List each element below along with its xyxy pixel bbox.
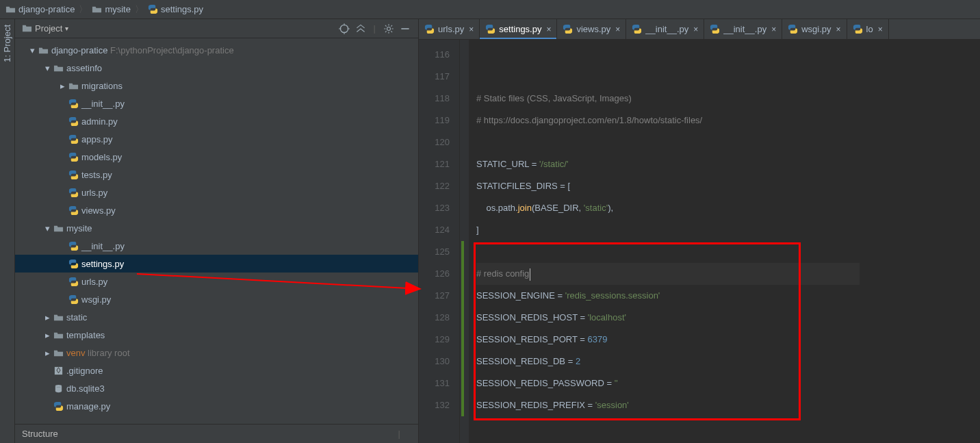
tree-row[interactable]: ◊.gitignore	[15, 362, 418, 379]
svg-text:◊: ◊	[56, 366, 60, 375]
folder-icon	[38, 45, 49, 55]
tree-row[interactable]: wsgi.py	[15, 290, 418, 308]
gitignore-icon: ◊	[53, 366, 64, 376]
python-icon	[68, 277, 79, 287]
python-icon	[485, 24, 495, 34]
tree-row[interactable]: __init__.py	[15, 94, 418, 112]
project-header: Project ▾ |	[15, 19, 418, 38]
collapse-all-icon[interactable]	[354, 23, 367, 35]
breadcrumb-item[interactable]: django-pratice	[5, 4, 75, 14]
hide-icon[interactable]	[399, 23, 411, 35]
breadcrumb-item[interactable]: settings.py	[148, 4, 203, 14]
python-icon	[53, 401, 64, 412]
editor-tab[interactable]: __init__.py×	[704, 19, 782, 39]
tool-tab-project[interactable]: 1: Project	[1, 19, 14, 68]
editor-tab[interactable]: views.py×	[557, 19, 626, 39]
editor-tab[interactable]: settings.py×	[480, 19, 557, 39]
close-icon[interactable]: ×	[771, 25, 776, 34]
close-icon[interactable]: ×	[546, 25, 551, 34]
python-icon	[68, 99, 79, 109]
python-icon	[424, 24, 435, 34]
python-icon	[68, 188, 79, 198]
tree-row[interactable]: ▸templates	[15, 326, 418, 344]
python-icon	[563, 24, 573, 34]
python-icon	[788, 24, 798, 34]
folder-icon	[5, 4, 16, 14]
python-icon	[632, 24, 642, 34]
folder-icon	[53, 330, 64, 340]
python-icon	[68, 134, 79, 144]
project-title[interactable]: Project ▾	[22, 23, 334, 34]
editor-tab[interactable]: lo×	[847, 19, 889, 39]
tree-row[interactable]: apps.py	[15, 130, 418, 148]
folder-icon	[68, 81, 79, 91]
project-tree[interactable]: ▾django-pratice F:\pythonProject\django-…	[15, 38, 418, 424]
chevron-right-icon[interactable]: ▸	[42, 348, 52, 358]
editor-tab[interactable]: urls.py×	[419, 19, 480, 39]
python-icon	[68, 294, 79, 305]
tree-row[interactable]: ▸venv library root	[15, 344, 418, 362]
editor-area: urls.py×settings.py×views.py×__init__.py…	[419, 19, 980, 443]
tree-row[interactable]: urls.py	[15, 273, 418, 290]
tree-row[interactable]: __init__.py	[15, 237, 418, 255]
folder-icon	[53, 223, 64, 233]
svg-point-1	[387, 27, 391, 30]
tree-row[interactable]: ▸static	[15, 308, 418, 326]
folder-icon	[53, 63, 64, 73]
close-icon[interactable]: ×	[878, 25, 883, 34]
folder-icon	[53, 348, 64, 358]
chevron-right-icon: 〉	[79, 3, 88, 16]
python-icon	[68, 241, 79, 251]
structure-title[interactable]: Structure	[22, 429, 383, 439]
code-area[interactable]: # Static files (CSS, JavaScript, Images)…	[469, 40, 980, 443]
tree-row[interactable]: settings.py	[15, 255, 418, 273]
close-icon[interactable]: ×	[615, 25, 620, 34]
structure-header: Structure |	[15, 424, 418, 443]
python-icon	[853, 24, 863, 34]
tree-row[interactable]: db.sqlite3	[15, 379, 418, 397]
python-icon	[68, 152, 79, 162]
python-icon	[710, 24, 720, 34]
close-icon[interactable]: ×	[693, 25, 698, 34]
tree-row[interactable]: views.py	[15, 201, 418, 219]
python-icon	[68, 116, 79, 127]
chevron-down-icon[interactable]: ▾	[42, 63, 52, 73]
breadcrumb-item[interactable]: mysite	[92, 4, 131, 14]
locate-icon[interactable]	[338, 23, 350, 35]
chevron-right-icon[interactable]: ▸	[42, 312, 52, 322]
tree-row[interactable]: ▾mysite	[15, 219, 418, 237]
project-panel: Project ▾ | ▾django-pratice F:\pythonPro…	[15, 19, 419, 443]
python-icon	[68, 259, 79, 269]
svg-point-4	[55, 384, 62, 387]
chevron-right-icon[interactable]: ▸	[57, 81, 67, 91]
tree-row[interactable]: tests.py	[15, 166, 418, 183]
tree-row[interactable]: ▾assetinfo	[15, 59, 418, 77]
tree-row[interactable]: urls.py	[15, 183, 418, 201]
python-icon	[148, 4, 158, 14]
folder-icon	[22, 23, 32, 34]
marker-bar	[460, 40, 469, 443]
tree-row[interactable]: ▾django-pratice F:\pythonProject\django-…	[15, 41, 418, 59]
tree-row[interactable]: admin.py	[15, 112, 418, 130]
editor-tab[interactable]: wsgi.py×	[782, 19, 847, 39]
chevron-right-icon[interactable]: ▸	[42, 330, 52, 340]
python-icon	[68, 170, 79, 180]
tree-row[interactable]: models.py	[15, 148, 418, 166]
svg-point-0	[340, 25, 348, 32]
chevron-right-icon: 〉	[135, 3, 144, 16]
editor-tab-bar: urls.py×settings.py×views.py×__init__.py…	[419, 19, 980, 40]
tree-row[interactable]: ▸migrations	[15, 77, 418, 94]
folder-icon	[92, 4, 102, 14]
tree-row[interactable]: manage.py	[15, 397, 418, 415]
close-icon[interactable]: ×	[836, 25, 841, 34]
close-icon[interactable]: ×	[469, 25, 474, 34]
editor-tab[interactable]: __init__.py×	[626, 19, 704, 39]
code-editor[interactable]: 1161171181191201211221231241251261271281…	[419, 40, 980, 443]
chevron-down-icon[interactable]: ▾	[42, 223, 52, 233]
gear-icon[interactable]	[383, 23, 395, 35]
python-icon	[68, 205, 79, 216]
chevron-down-icon[interactable]: ▾	[27, 45, 37, 55]
left-tool-gutter: 1: Project	[0, 19, 15, 443]
folder-icon	[53, 312, 64, 322]
breadcrumb-bar: django-pratice〉mysite〉settings.py	[0, 0, 980, 19]
